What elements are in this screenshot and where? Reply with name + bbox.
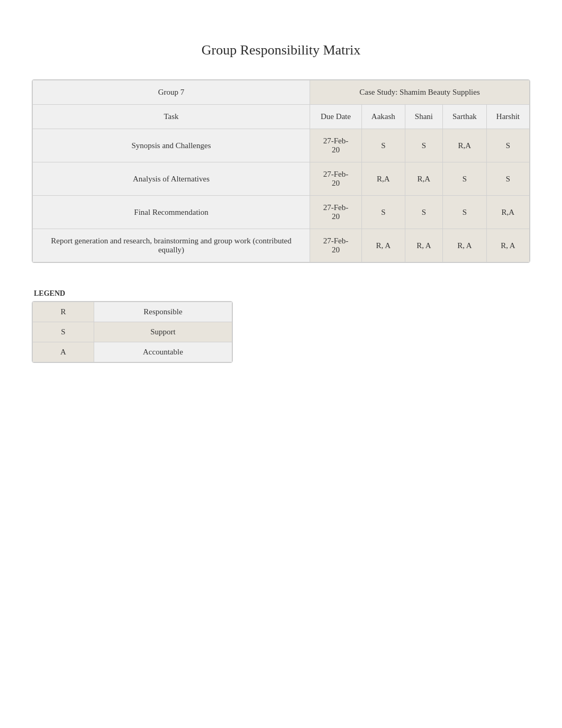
- assignment-cell: R, A: [442, 229, 486, 262]
- assignment-cell: S: [486, 162, 529, 196]
- assignment-cell: S: [361, 196, 405, 229]
- col-shani: Shani: [405, 105, 442, 129]
- assignment-cell: S: [405, 196, 442, 229]
- table-row: Final Recommendation27-Feb-20SSSR,A: [33, 196, 530, 229]
- task-cell: Synopsis and Challenges: [33, 129, 310, 162]
- col-aakash: Aakash: [361, 105, 405, 129]
- legend-row: RResponsible: [33, 302, 232, 322]
- legend-code: S: [33, 322, 94, 342]
- legend-meaning: Accountable: [94, 342, 232, 362]
- assignment-cell: S: [442, 162, 486, 196]
- task-cell: Analysis of Alternatives: [33, 162, 310, 196]
- table-header-columns-row: Task Due Date Aakash Shani Sarthak Harsh…: [33, 105, 530, 129]
- col-sarthak: Sarthak: [442, 105, 486, 129]
- due-date-cell: 27-Feb-20: [310, 129, 362, 162]
- assignment-cell: R, A: [405, 229, 442, 262]
- page-title: Group Responsibility Matrix: [32, 42, 530, 58]
- task-cell: Final Recommendation: [33, 196, 310, 229]
- assignment-cell: S: [361, 129, 405, 162]
- table-row: Report generation and research, brainsto…: [33, 229, 530, 262]
- legend-row: SSupport: [33, 322, 232, 342]
- legend-meaning: Support: [94, 322, 232, 342]
- legend-code: R: [33, 302, 94, 322]
- assignment-cell: S: [405, 129, 442, 162]
- due-date-cell: 27-Feb-20: [310, 162, 362, 196]
- table-row: Synopsis and Challenges27-Feb-20SSR,AS: [33, 129, 530, 162]
- case-study-label: Case Study: Shamim Beauty Supplies: [310, 80, 530, 105]
- assignment-cell: R, A: [361, 229, 405, 262]
- task-cell: Report generation and research, brainsto…: [33, 229, 310, 262]
- legend-code: A: [33, 342, 94, 362]
- responsibility-matrix-table: Group 7 Case Study: Shamim Beauty Suppli…: [32, 80, 530, 262]
- col-due-date: Due Date: [310, 105, 362, 129]
- legend-meaning: Responsible: [94, 302, 232, 322]
- assignment-cell: R,A: [442, 129, 486, 162]
- group-label: Group 7: [33, 80, 310, 105]
- table-header-group-row: Group 7 Case Study: Shamim Beauty Suppli…: [33, 80, 530, 105]
- due-date-cell: 27-Feb-20: [310, 229, 362, 262]
- legend-section: LEGEND RResponsibleSSupportAAccountable: [32, 289, 530, 363]
- due-date-cell: 27-Feb-20: [310, 196, 362, 229]
- assignment-cell: S: [486, 129, 529, 162]
- main-table-container: Group 7 Case Study: Shamim Beauty Suppli…: [32, 79, 530, 263]
- assignment-cell: R,A: [361, 162, 405, 196]
- col-harshit: Harshit: [486, 105, 529, 129]
- assignment-cell: R,A: [486, 196, 529, 229]
- assignment-cell: S: [442, 196, 486, 229]
- legend-title: LEGEND: [32, 289, 530, 298]
- table-row: Analysis of Alternatives27-Feb-20R,AR,AS…: [33, 162, 530, 196]
- col-task: Task: [33, 105, 310, 129]
- assignment-cell: R,A: [405, 162, 442, 196]
- assignment-cell: R, A: [486, 229, 529, 262]
- legend-table: RResponsibleSSupportAAccountable: [32, 301, 233, 363]
- legend-row: AAccountable: [33, 342, 232, 362]
